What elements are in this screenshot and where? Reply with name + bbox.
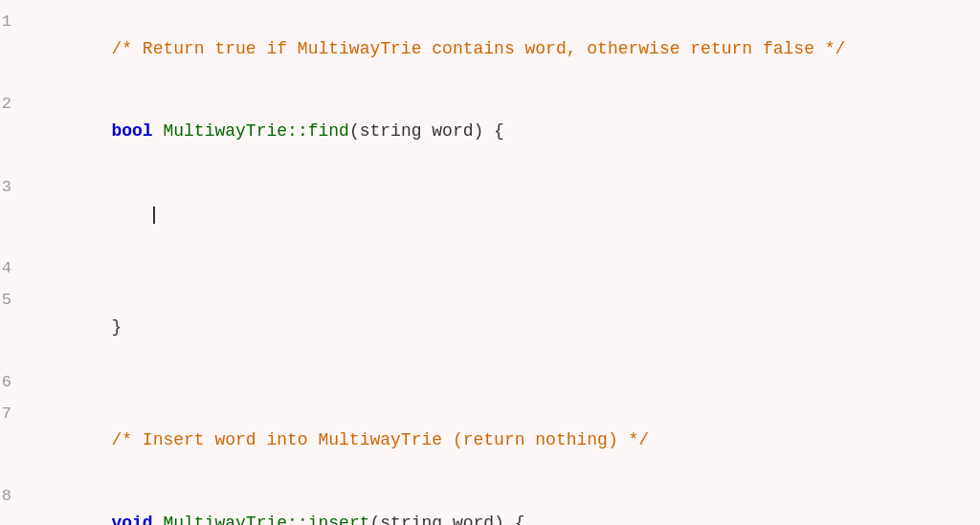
code-line-1: 1 /* Return true if MultiwayTrie contain… — [0, 8, 980, 90]
comment-7: /* Insert word into MultiwayTrie (return… — [111, 430, 649, 449]
line-number-6: 6 — [0, 369, 29, 395]
code-line-2: 2 bool MultiwayTrie::find(string word) { — [0, 90, 980, 172]
line-number-7: 7 — [0, 401, 29, 427]
line-number-4: 4 — [0, 255, 29, 281]
line-content-2: bool MultiwayTrie::find(string word) { — [29, 90, 970, 172]
line-number-5: 5 — [0, 287, 29, 313]
comment-1: /* Return true if MultiwayTrie contains … — [111, 39, 845, 58]
line-content-1: /* Return true if MultiwayTrie contains … — [29, 8, 970, 90]
code-line-6: 6 — [0, 369, 980, 400]
code-line-4: 4 — [0, 255, 980, 286]
line-number-8: 8 — [0, 483, 29, 509]
line-content-8: void MultiwayTrie::insert(string word) { — [29, 482, 970, 525]
keyword-void-1: void — [111, 514, 152, 525]
code-line-5: 5 } — [0, 286, 980, 368]
line-number-1: 1 — [0, 9, 29, 34]
function-find: MultiwayTrie::find — [163, 121, 348, 141]
code-content[interactable]: 1 /* Return true if MultiwayTrie contain… — [0, 0, 980, 525]
line-content-3 — [29, 173, 970, 255]
line-content-7: /* Insert word into MultiwayTrie (return… — [29, 400, 970, 482]
code-line-3: 3 — [0, 173, 980, 255]
text-cursor — [153, 207, 155, 224]
code-line-7: 7 /* Insert word into MultiwayTrie (retu… — [0, 400, 980, 482]
keyword-bool: bool — [111, 121, 152, 141]
code-editor: 1 /* Return true if MultiwayTrie contain… — [0, 0, 980, 525]
line-number-2: 2 — [0, 91, 29, 117]
line-number-3: 3 — [0, 174, 29, 200]
line-content-5: } — [29, 286, 970, 368]
code-line-8: 8 void MultiwayTrie::insert(string word)… — [0, 482, 980, 525]
function-insert: MultiwayTrie::insert — [163, 514, 369, 525]
